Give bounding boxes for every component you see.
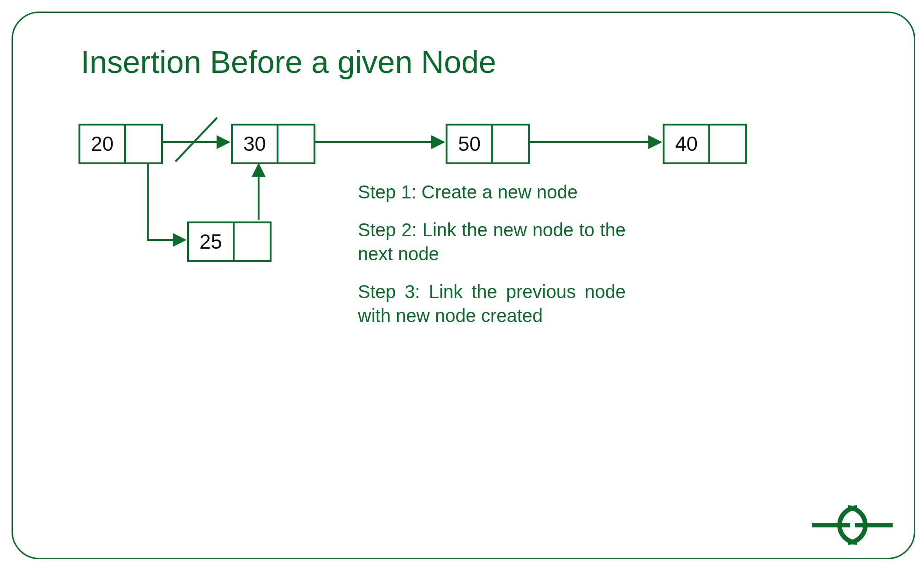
step-3: Step 3: Link the previous node with new … — [358, 280, 626, 328]
node-1: 20 — [79, 124, 163, 164]
node-4-value: 40 — [664, 126, 710, 162]
node-2: 30 — [231, 124, 315, 164]
node-3-value: 50 — [447, 126, 493, 162]
node-new-value: 25 — [189, 223, 235, 260]
node-1-value: 20 — [80, 126, 126, 162]
node-2-value: 30 — [233, 126, 278, 162]
node-4: 40 — [663, 124, 747, 164]
node-3: 50 — [446, 124, 530, 164]
step-2: Step 2: Link the new node to the next no… — [358, 218, 626, 266]
geeksforgeeks-logo — [809, 499, 896, 552]
step-1: Step 1: Create a new node — [358, 180, 626, 204]
node-new: 25 — [187, 221, 272, 262]
diagram-title: Insertion Before a given Node — [81, 44, 496, 80]
steps-block: Step 1: Create a new node Step 2: Link t… — [358, 180, 626, 341]
